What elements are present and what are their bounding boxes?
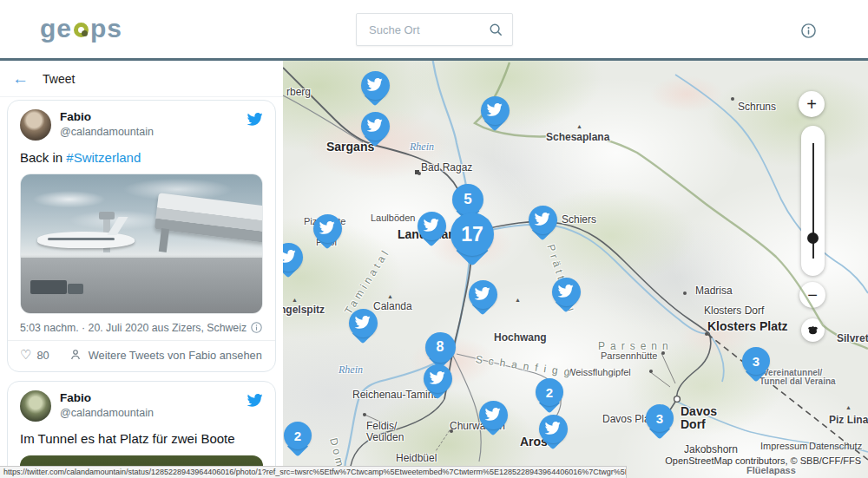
tweet-marker[interactable] [552,278,581,306]
author-block: Fabio @calandamountain [60,390,247,420]
pin-body [469,280,497,309]
tweet-info-icon[interactable] [250,321,263,334]
place-dot [649,370,653,373]
datenschutz-link[interactable]: Datenschutz [809,441,862,451]
zoom-slider-thumb[interactable] [807,232,819,244]
cluster-marker[interactable]: 2 [284,422,312,449]
info-icon [800,23,817,39]
link-preview-statusbar: https://twitter.com/calandamountain/stat… [0,466,627,478]
tweet-marker[interactable] [529,206,557,234]
back-button[interactable]: ← [10,70,34,87]
geops-logo[interactable]: geps [40,16,122,42]
tweet-sidebar: ← Tweet Fabio @calandamountain Back in #… [0,61,283,478]
card-divider [8,340,275,341]
pin-body [361,112,390,141]
tweet-text: Im Tunnel es hat Platz für zwei Boote [20,430,263,448]
tweet-text: Back in #Switzerland [20,149,263,167]
avatar[interactable] [20,390,51,422]
place-dot [705,332,708,336]
road-sargans [283,95,363,142]
tweet-card: Fabio @calandamountain Im Tunnel es hat … [7,381,276,478]
peak-triangle-icon: ▲ [292,297,298,303]
search-input[interactable] [367,23,488,37]
map-label: Calanda [373,300,412,312]
pin-body [552,278,581,306]
cluster-marker[interactable]: 5 [452,184,483,215]
map-label: Schruns [738,101,776,113]
photo-ground-vehicle [30,280,67,294]
pin-body [424,364,452,393]
map-label: Parsennhütte [601,350,657,361]
cluster-count: 2 [536,378,563,406]
twitter-bird-icon[interactable] [247,111,263,128]
twitter-bird-icon[interactable] [247,392,263,409]
map-label: Jakobshorn [684,443,738,455]
twitter-bird-icon [534,211,550,227]
hashtag-link[interactable]: #Switzerland [66,150,141,165]
map[interactable]: + − Impressum Datenschutz OpenStreetMap … [283,61,868,478]
tweet-marker[interactable] [361,71,390,100]
tweet-marker[interactable] [313,214,342,243]
map-label: Bad Ragaz [421,161,472,174]
map-label: Weissfluhgipfel [567,367,631,377]
tweet-marker[interactable] [481,96,510,125]
app-info-button[interactable] [799,22,817,39]
tweet-marker[interactable] [479,401,508,429]
author-handle[interactable]: @calandamountain [60,406,247,420]
twitter-bird-icon [484,406,501,422]
pin-body [283,243,303,272]
logo-o-ring-icon [74,23,89,37]
cluster-count: 5 [452,184,483,215]
like-heart-icon[interactable]: ♡ [20,347,31,363]
impressum-link[interactable]: Impressum [760,441,807,451]
like-count: 80 [36,349,49,362]
twitter-bird-icon [283,248,297,265]
more-tweets-link[interactable]: Weitere Tweets von Fabio ansehen [89,349,262,362]
place-dot [683,291,687,295]
tweet-marker[interactable] [349,309,378,337]
map-label: Feldis/ [366,420,397,432]
place-dot [363,413,366,416]
app-header: geps [0,0,868,61]
tweet-timestamp[interactable]: 5:03 nachm. · 20. Juli 2020 aus Zizers, … [20,322,247,334]
cluster-marker[interactable]: 17 [450,213,494,256]
search-button[interactable] [488,22,503,37]
place-search [356,13,513,46]
cluster-marker[interactable]: 2 [536,378,563,406]
twitter-bird-icon [486,101,503,118]
map-label: Rhein [410,141,434,154]
author-block: Fabio @calandamountain [60,109,247,139]
search-icon [488,22,503,37]
map-label: Hochwang [494,331,547,344]
cluster-marker[interactable]: 3 [742,347,770,375]
map-label: Klosters Platz [707,319,788,333]
tweet-marker[interactable] [539,415,568,443]
cluster-count: 2 [284,422,312,449]
place-dot [661,351,665,355]
tweet-marker[interactable] [283,243,303,272]
pin-body [361,71,390,100]
logo-text-ps: ps [90,16,122,42]
author-name[interactable]: Fabio [60,110,247,125]
person-icon [69,348,82,362]
author-handle[interactable]: @calandamountain [60,125,247,139]
author-name[interactable]: Fabio [60,391,247,406]
tweet-marker[interactable] [469,280,497,309]
pin-body [418,212,446,240]
map-label: Piz Linard [829,414,868,426]
twitter-bird-icon [544,420,561,436]
tweet-marker[interactable] [424,364,452,393]
avatar[interactable] [20,109,51,141]
tweet-photo[interactable] [20,174,263,314]
tweet-marker[interactable] [361,112,390,141]
map-label: Madrisa [695,285,733,297]
twitter-bird-icon [423,217,439,233]
pin-body [529,206,557,234]
cluster-marker[interactable]: 8 [425,332,456,363]
tweet-marker[interactable] [418,212,446,240]
leader-weissfluhgipfel [649,371,670,387]
map-label: Schesaplana [546,131,609,143]
cluster-marker[interactable]: 3 [646,404,674,432]
pin-body [539,415,568,443]
zoom-slider[interactable] [801,126,825,276]
